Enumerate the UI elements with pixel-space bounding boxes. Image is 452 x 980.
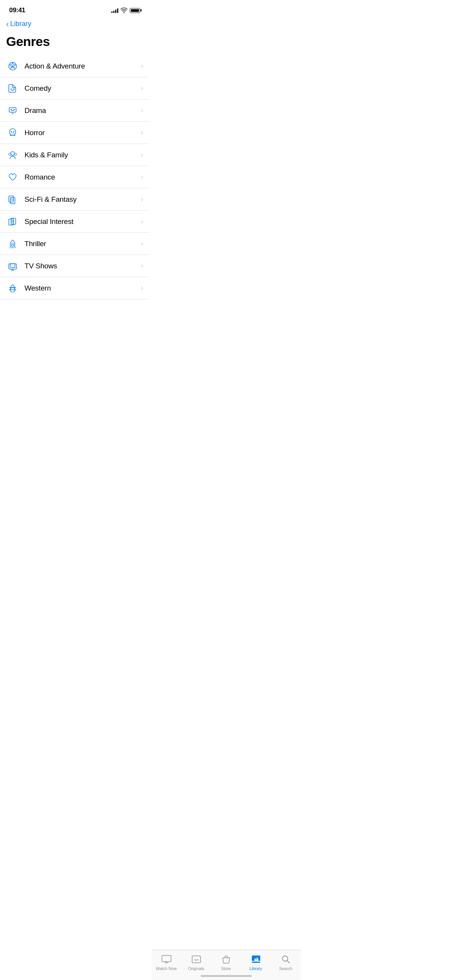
romance-icon	[6, 171, 19, 184]
genre-name-tv-shows: TV Shows	[24, 262, 141, 270]
genre-chevron-drama: ›	[141, 106, 143, 114]
genre-item-drama[interactable]: Drama ›	[0, 100, 149, 122]
genre-chevron-comedy: ›	[141, 84, 143, 92]
genre-chevron-tv-shows: ›	[141, 262, 143, 270]
genre-list: Action & Adventure › Comedy › Drama	[0, 55, 149, 299]
genre-name-romance: Romance	[24, 173, 141, 181]
svg-rect-12	[10, 198, 15, 204]
genre-chevron-sci-fi-fantasy: ›	[141, 195, 143, 203]
genre-name-comedy: Comedy	[24, 84, 141, 93]
genre-item-tv-shows[interactable]: TV Shows ›	[0, 255, 149, 277]
genre-item-western[interactable]: Western ›	[0, 277, 149, 299]
genre-name-action-adventure: Action & Adventure	[24, 62, 141, 70]
svg-point-3	[13, 88, 14, 89]
svg-point-4	[11, 109, 12, 109]
genre-name-drama: Drama	[24, 106, 141, 115]
genre-name-horror: Horror	[24, 129, 141, 137]
genre-name-kids-family: Kids & Family	[24, 151, 141, 159]
genre-item-kids-family[interactable]: Kids & Family ›	[0, 144, 149, 166]
genre-chevron-special-interest: ›	[141, 217, 143, 225]
genre-name-sci-fi-fantasy: Sci-Fi & Fantasy	[24, 195, 141, 204]
signal-icon	[111, 8, 118, 13]
genre-item-thriller[interactable]: Thriller ›	[0, 233, 149, 255]
thriller-icon	[6, 237, 19, 250]
genre-chevron-kids-family: ›	[141, 151, 143, 159]
genre-item-horror[interactable]: Horror ›	[0, 122, 149, 144]
genre-name-special-interest: Special Interest	[24, 217, 141, 226]
genre-item-special-interest[interactable]: Special Interest ›	[0, 211, 149, 233]
special-icon	[6, 215, 19, 228]
battery-icon	[130, 8, 140, 13]
page-title: Genres	[0, 31, 149, 55]
svg-point-8	[11, 152, 15, 155]
svg-point-6	[11, 131, 12, 132]
action-icon	[6, 60, 19, 73]
status-bar: 09:41	[0, 0, 149, 18]
status-icons	[111, 8, 140, 13]
svg-point-1	[12, 65, 13, 67]
back-chevron-icon: ‹	[6, 20, 9, 28]
genre-item-sci-fi-fantasy[interactable]: Sci-Fi & Fantasy ›	[0, 188, 149, 211]
scifi-icon	[6, 193, 19, 206]
genre-chevron-western: ›	[141, 284, 143, 292]
back-button[interactable]: ‹ Library	[6, 20, 31, 28]
genre-item-comedy[interactable]: Comedy ›	[0, 77, 149, 100]
genre-chevron-horror: ›	[141, 129, 143, 137]
svg-rect-22	[10, 264, 15, 268]
genre-name-thriller: Thriller	[24, 240, 141, 248]
wifi-icon	[121, 8, 127, 13]
genre-item-romance[interactable]: Romance ›	[0, 166, 149, 188]
genre-name-western: Western	[24, 284, 141, 292]
back-label: Library	[10, 20, 31, 28]
drama-icon	[6, 104, 19, 117]
genre-chevron-romance: ›	[141, 173, 143, 181]
tvshows-icon	[6, 260, 19, 273]
svg-point-20	[12, 243, 14, 245]
svg-point-2	[11, 88, 12, 89]
genre-chevron-action-adventure: ›	[141, 62, 143, 70]
genre-item-action-adventure[interactable]: Action & Adventure ›	[0, 55, 149, 77]
back-navigation[interactable]: ‹ Library	[0, 18, 149, 31]
horror-icon	[6, 126, 19, 139]
comedy-icon	[6, 82, 19, 95]
svg-rect-21	[9, 264, 16, 269]
svg-point-5	[14, 109, 15, 109]
genre-chevron-thriller: ›	[141, 240, 143, 248]
status-time: 09:41	[9, 7, 25, 14]
svg-point-7	[13, 131, 15, 132]
kids-icon	[6, 149, 19, 162]
western-icon	[6, 282, 19, 295]
